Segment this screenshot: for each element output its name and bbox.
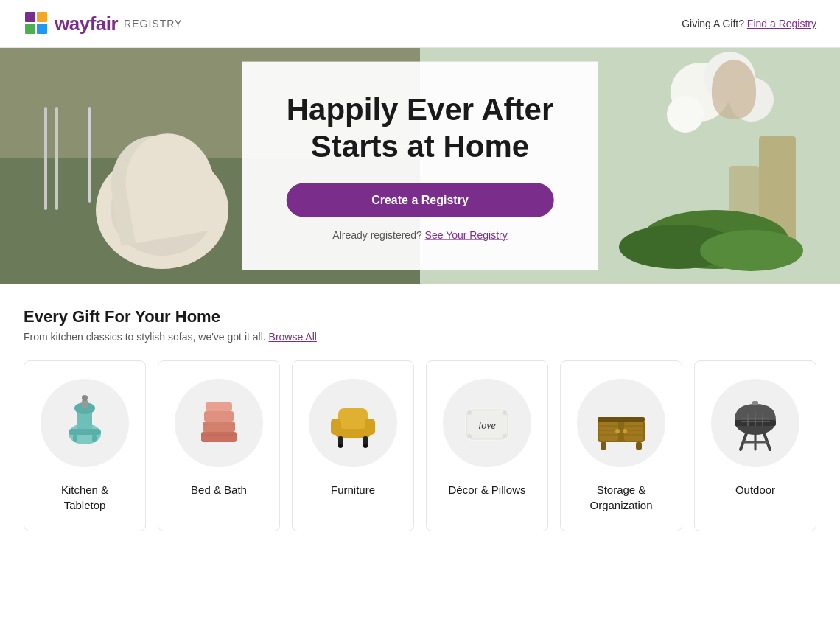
category-icon-circle-storage xyxy=(577,379,665,467)
wayfair-logo-icon xyxy=(24,10,50,37)
svg-point-21 xyxy=(700,230,803,271)
header-nav: Giving A Gift? Find a Registry xyxy=(682,18,816,29)
hero-banner: Happily Ever After Starts at Home Create… xyxy=(0,48,840,284)
gift-section: Every Gift For Your Home From kitchen cl… xyxy=(0,284,840,543)
svg-point-10 xyxy=(111,164,214,256)
svg-rect-6 xyxy=(44,107,47,210)
svg-rect-38 xyxy=(331,419,341,435)
category-card-kitchen[interactable]: Kitchen &Tabletop xyxy=(24,360,146,531)
svg-point-42 xyxy=(338,444,343,448)
category-label-storage: Storage &Organization xyxy=(589,482,652,513)
svg-rect-64 xyxy=(636,442,642,450)
logo-brand-name: wayfair xyxy=(55,13,118,35)
svg-point-47 xyxy=(467,410,472,415)
category-card-storage[interactable]: Storage &Organization xyxy=(560,360,682,531)
category-card-outdoor[interactable]: Outdoor xyxy=(694,360,816,531)
category-icon-circle-outdoor xyxy=(711,379,799,467)
hero-title: Happily Ever After Starts at Home xyxy=(287,91,554,166)
svg-point-16 xyxy=(667,96,704,133)
category-card-decor[interactable]: love Décor & Pillows xyxy=(426,360,548,531)
svg-rect-29 xyxy=(92,435,97,442)
category-label-furniture: Furniture xyxy=(331,482,375,497)
section-subtitle: From kitchen classics to stylish sofas, … xyxy=(24,331,816,343)
hero-overlay-card: Happily Ever After Starts at Home Create… xyxy=(242,62,598,270)
svg-rect-31 xyxy=(203,422,235,432)
svg-rect-0 xyxy=(25,12,35,22)
category-grid: Kitchen &Tabletop Bed & Bath xyxy=(24,360,816,531)
svg-point-60 xyxy=(615,429,620,433)
svg-rect-67 xyxy=(752,401,758,405)
chair-icon xyxy=(323,394,382,452)
svg-point-50 xyxy=(503,434,507,438)
already-registered-text: Already registered? See Your Registry xyxy=(287,228,554,240)
svg-rect-30 xyxy=(201,432,237,442)
find-registry-link[interactable]: Find a Registry xyxy=(747,18,816,29)
pillow-icon: love xyxy=(458,394,517,452)
svg-point-26 xyxy=(82,395,88,401)
category-label-decor: Décor & Pillows xyxy=(448,482,525,497)
mixer-icon xyxy=(55,394,114,452)
svg-rect-8 xyxy=(88,107,91,203)
category-card-furniture[interactable]: Furniture xyxy=(292,360,414,531)
category-card-bed-bath[interactable]: Bed & Bath xyxy=(158,360,280,531)
category-icon-circle-furniture xyxy=(309,379,397,467)
storage-icon xyxy=(592,394,651,452)
svg-rect-27 xyxy=(69,429,101,435)
svg-rect-39 xyxy=(365,419,375,435)
giving-text: Giving A Gift? xyxy=(682,18,744,29)
svg-rect-37 xyxy=(338,408,368,429)
section-title: Every Gift For Your Home xyxy=(24,307,816,326)
category-label-kitchen: Kitchen &Tabletop xyxy=(61,482,108,513)
category-icon-circle-bed-bath xyxy=(175,379,263,467)
grill-icon xyxy=(726,394,785,452)
create-registry-button[interactable]: Create a Registry xyxy=(287,183,554,217)
category-icon-circle-kitchen xyxy=(41,379,129,467)
logo[interactable]: wayfair REGISTRY xyxy=(24,10,182,37)
svg-point-48 xyxy=(503,410,507,415)
browse-all-link[interactable]: Browse All xyxy=(269,331,317,343)
svg-point-14 xyxy=(704,52,755,103)
svg-rect-3 xyxy=(37,24,47,34)
svg-point-49 xyxy=(467,434,472,438)
see-registry-link[interactable]: See Your Registry xyxy=(425,228,508,240)
svg-rect-62 xyxy=(598,417,645,422)
svg-rect-7 xyxy=(55,107,58,210)
svg-point-43 xyxy=(363,444,368,448)
svg-rect-2 xyxy=(25,24,35,34)
svg-rect-63 xyxy=(601,442,606,450)
site-header: wayfair REGISTRY Giving A Gift? Find a R… xyxy=(0,0,840,48)
logo-registry-label: REGISTRY xyxy=(124,18,182,29)
svg-text:love: love xyxy=(478,420,495,431)
towels-icon xyxy=(189,394,248,452)
svg-rect-28 xyxy=(73,435,77,442)
svg-rect-1 xyxy=(37,12,47,22)
svg-rect-33 xyxy=(206,402,232,411)
category-icon-circle-decor: love xyxy=(443,379,531,467)
svg-point-15 xyxy=(729,77,774,122)
category-label-outdoor: Outdoor xyxy=(735,482,775,497)
svg-rect-32 xyxy=(204,411,234,422)
svg-point-61 xyxy=(623,429,627,433)
category-label-bed-bath: Bed & Bath xyxy=(191,482,247,497)
